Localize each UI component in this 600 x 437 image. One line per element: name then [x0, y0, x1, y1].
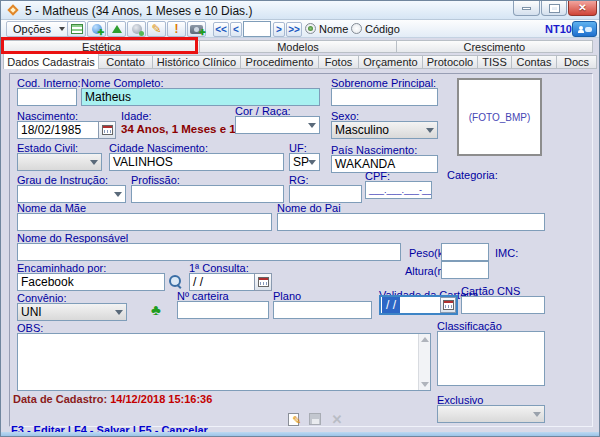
save-icon — [309, 413, 321, 425]
nome-mae-input[interactable] — [17, 213, 272, 231]
chevron-down-icon — [59, 27, 65, 31]
search-icon[interactable] — [168, 274, 182, 288]
user-status-icon — [132, 24, 142, 34]
form-button[interactable] — [67, 21, 86, 37]
ncarteira-input[interactable] — [177, 301, 269, 319]
camera-add-icon: ✚ — [190, 25, 203, 34]
grau-instrucao-select[interactable] — [17, 185, 126, 203]
minimize-button[interactable] — [513, 1, 540, 16]
calendar-icon — [258, 277, 269, 287]
triangle-button[interactable] — [107, 21, 126, 37]
consulta-calendar-button[interactable] — [254, 273, 272, 291]
validade-input[interactable]: / / — [379, 295, 458, 315]
pencil-icon: ✎ — [151, 23, 161, 35]
tab-procedimento[interactable]: Procedimento — [241, 55, 319, 69]
nome-completo-input[interactable]: Matheus — [81, 88, 320, 106]
secondary-tab-bar: Estética Modelos Crescimento — [3, 40, 593, 53]
plano-input[interactable] — [273, 301, 372, 319]
tab-tiss[interactable]: TISS — [478, 55, 512, 69]
patient-photo-placeholder: (FOTO_BMP) — [457, 78, 542, 156]
scrollbar[interactable] — [418, 334, 430, 390]
maximize-icon — [550, 5, 559, 12]
tab-fotos[interactable]: Fotos — [319, 55, 359, 69]
nav-next-button[interactable]: > — [273, 22, 285, 37]
save-button[interactable] — [306, 411, 324, 427]
tab-contas[interactable]: Contas — [512, 55, 557, 69]
peso-input[interactable] — [441, 243, 489, 261]
cancel-icon: ✕ — [332, 413, 343, 426]
cod-interno-input[interactable] — [17, 88, 77, 106]
radio-nome[interactable] — [305, 23, 316, 34]
classificacao-listbox[interactable] — [437, 331, 545, 386]
tab-modelos[interactable]: Modelos — [200, 40, 396, 53]
altura-input[interactable] — [441, 261, 489, 279]
contacts-chat-button[interactable] — [572, 21, 597, 37]
edit-button[interactable]: ✎ — [147, 21, 166, 37]
convenio-select[interactable]: UNI — [17, 303, 127, 321]
maximize-button[interactable] — [541, 1, 567, 16]
cor-raca-select[interactable] — [235, 116, 320, 134]
nav-last-button[interactable]: >> — [286, 22, 302, 37]
uf-select[interactable]: SP — [289, 153, 320, 171]
radio-codigo[interactable] — [351, 23, 362, 34]
nascimento-input[interactable]: 18/02/1985 — [17, 121, 99, 139]
tab-dados-cadastrais[interactable]: Dados Cadastrais — [3, 53, 99, 69]
tab-crescimento[interactable]: Crescimento — [397, 40, 593, 53]
cidade-nascimento-input[interactable]: VALINHOS — [109, 153, 284, 171]
add-record-icon: ✚ — [92, 24, 102, 34]
rg-input[interactable] — [289, 185, 362, 203]
tab-protocolo[interactable]: Protocolo — [423, 55, 478, 69]
cpf-input[interactable]: ___.___.___-__ — [365, 181, 432, 199]
chevron-down-icon — [115, 310, 123, 315]
nascimento-calendar-button[interactable] — [98, 121, 116, 139]
chevron-down-icon — [114, 192, 122, 197]
dados-cadastrais-panel: Cod. Interno: Nome Completo: Matheus Sob… — [1, 69, 600, 437]
exclusivo-select[interactable] — [437, 405, 545, 423]
chevron-down-icon — [308, 123, 316, 128]
estado-civil-select[interactable] — [17, 153, 102, 171]
sexo-select[interactable]: Masculino — [331, 121, 438, 139]
chevron-down-icon — [426, 128, 434, 133]
person-icon — [578, 26, 584, 33]
consulta-input[interactable]: / / — [189, 273, 255, 291]
close-icon: ✕ — [578, 3, 586, 13]
edit-note-button[interactable]: ✎ — [284, 411, 302, 427]
camera-button[interactable]: ✚ — [187, 21, 206, 37]
options-menu-button[interactable]: Opções — [6, 21, 70, 37]
add-plan-clover-icon[interactable]: ♣ — [151, 302, 161, 317]
tab-estetica[interactable]: Estética — [3, 40, 200, 53]
encaminhado-input[interactable]: Facebook — [17, 273, 165, 291]
window-title: 5 - Matheus (34 Anos, 1 Meses e 10 Dias.… — [25, 4, 252, 18]
radio-nome-label: Nome — [319, 23, 348, 35]
record-search-input[interactable] — [243, 21, 271, 37]
add-record-button[interactable]: ✚ — [87, 21, 106, 37]
calendar-icon — [443, 300, 454, 310]
scroll-down-icon — [421, 382, 429, 387]
profissao-input[interactable] — [131, 185, 284, 203]
validade-calendar-button[interactable] — [440, 297, 456, 313]
nav-first-button[interactable]: << — [213, 22, 229, 37]
alert-button[interactable]: ! — [167, 21, 186, 37]
sobrenome-input[interactable] — [331, 88, 438, 106]
cartao-cns-input[interactable] — [461, 296, 545, 314]
scroll-up-icon — [421, 337, 429, 342]
tab-historico-clinico[interactable]: Histórico Clínico — [153, 55, 241, 69]
responsavel-input[interactable] — [17, 243, 401, 261]
titlebar: 5 - Matheus (34 Anos, 1 Meses e 10 Dias.… — [1, 1, 599, 20]
close-button[interactable]: ✕ — [568, 1, 597, 16]
cancel-button[interactable]: ✕ — [328, 411, 346, 427]
options-label: Opções — [7, 23, 51, 35]
edit-note-icon: ✎ — [288, 413, 299, 426]
user-status-button[interactable] — [127, 21, 146, 37]
data-cadastro-value: 14/12/2018 15:16:36 — [110, 393, 212, 405]
tab-docs[interactable]: Docs — [557, 55, 597, 69]
obs-textarea[interactable] — [17, 333, 431, 391]
window-bottom-border — [1, 432, 599, 436]
tab-orcamento[interactable]: Orçamento — [359, 55, 423, 69]
tab-contato[interactable]: Contato — [99, 55, 153, 69]
chevron-down-icon — [90, 160, 98, 165]
nav-prev-button[interactable]: < — [230, 22, 242, 37]
app-window: 5 - Matheus (34 Anos, 1 Meses e 10 Dias.… — [0, 0, 600, 437]
nome-pai-input[interactable] — [277, 213, 545, 231]
calendar-icon — [102, 125, 113, 135]
